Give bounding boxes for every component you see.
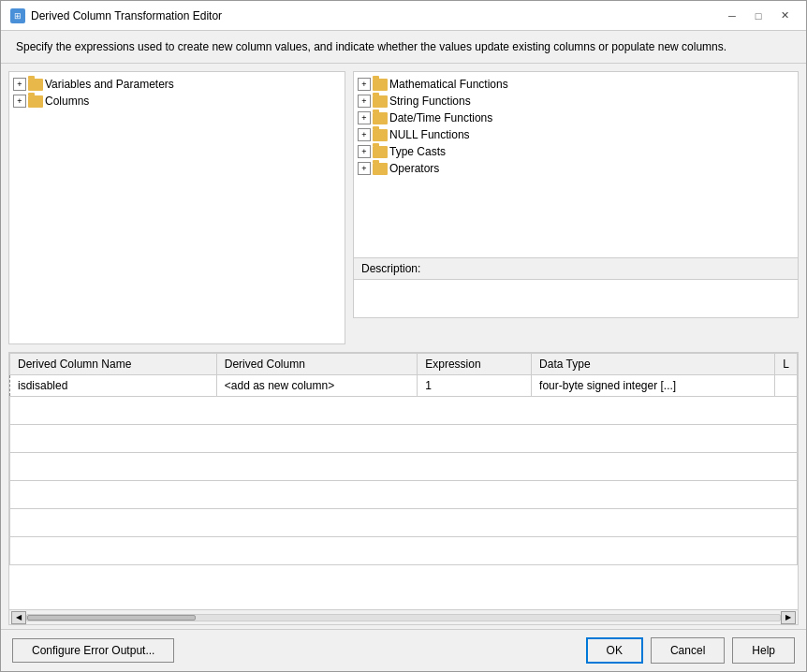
left-tree-panel: + Variables and Parameters + Columns — [8, 71, 345, 344]
description-content — [354, 280, 798, 317]
operators-label: Operators — [389, 162, 439, 175]
datetime-label: Date/Time Functions — [389, 111, 492, 124]
expand-datetime[interactable]: + — [358, 111, 371, 124]
cell-expression: 1 — [418, 375, 532, 397]
table-empty-row-3[interactable] — [10, 453, 798, 481]
right-tree-panel: + Mathematical Functions + String Functi… — [353, 71, 799, 258]
null-label: NULL Functions — [389, 128, 470, 141]
description-bar: Specify the expressions used to create n… — [1, 31, 806, 64]
expand-operators[interactable]: + — [358, 162, 371, 175]
folder-icon-columns — [28, 95, 43, 108]
table-header-row: Derived Column Name Derived Column Expre… — [10, 354, 798, 375]
tree-item-datetime[interactable]: + Date/Time Functions — [358, 110, 794, 126]
maximize-button[interactable]: □ — [746, 7, 770, 25]
expand-null[interactable]: + — [358, 128, 371, 141]
expand-variables[interactable]: + — [13, 78, 26, 91]
tree-item-columns[interactable]: + Columns — [13, 93, 341, 110]
folder-icon-operators — [373, 163, 388, 175]
expand-typecast[interactable]: + — [358, 145, 371, 158]
cancel-button[interactable]: Cancel — [651, 637, 725, 664]
folder-icon-string — [373, 95, 388, 108]
col-header-derived: Derived Column — [216, 354, 417, 375]
columns-label: Columns — [45, 95, 89, 108]
footer: Configure Error Output... OK Cancel Help — [1, 629, 806, 671]
table-empty-row-5[interactable] — [10, 509, 798, 537]
help-button[interactable]: Help — [732, 637, 795, 664]
folder-icon-variables — [28, 79, 43, 91]
table-empty-row-1[interactable] — [10, 397, 798, 425]
table-container: Derived Column Name Derived Column Expre… — [8, 352, 799, 610]
tree-item-null[interactable]: + NULL Functions — [358, 126, 794, 143]
string-label: String Functions — [389, 95, 471, 108]
table-empty-row-6[interactable] — [10, 537, 798, 565]
main-content: + Variables and Parameters + Columns + M… — [1, 64, 806, 352]
horizontal-scrollbar[interactable]: ◀ ▶ — [8, 610, 799, 625]
title-bar-controls: ─ □ ✕ — [720, 7, 797, 25]
tree-item-string[interactable]: + String Functions — [358, 93, 794, 110]
variables-label: Variables and Parameters — [45, 78, 174, 91]
col-header-datatype: Data Type — [532, 354, 775, 375]
derived-columns-table: Derived Column Name Derived Column Expre… — [9, 353, 798, 565]
expand-string[interactable]: + — [358, 95, 371, 108]
folder-icon-datetime — [373, 112, 388, 124]
scrollbar-track[interactable] — [26, 614, 781, 621]
folder-icon-typecast — [373, 146, 388, 158]
expand-math[interactable]: + — [358, 78, 371, 91]
close-button[interactable]: ✕ — [772, 7, 797, 25]
cell-datatype: four-byte signed integer [...] — [532, 375, 775, 397]
ok-button[interactable]: OK — [586, 637, 643, 664]
folder-icon-null — [373, 129, 388, 141]
tree-item-typecast[interactable]: + Type Casts — [358, 143, 794, 160]
cell-name: isdisabled — [10, 375, 217, 397]
description-text: Specify the expressions used to create n… — [16, 40, 726, 53]
scroll-right-btn[interactable]: ▶ — [781, 611, 796, 624]
scroll-left-btn[interactable]: ◀ — [11, 611, 26, 624]
window-title: Derived Column Transformation Editor — [31, 9, 222, 22]
title-bar: ⊞ Derived Column Transformation Editor ─… — [1, 1, 806, 31]
math-label: Mathematical Functions — [389, 78, 508, 91]
right-panel: + Mathematical Functions + String Functi… — [353, 71, 799, 344]
col-header-name: Derived Column Name — [10, 354, 217, 375]
description-section: Description: — [353, 258, 799, 318]
table-empty-row-4[interactable] — [10, 481, 798, 509]
folder-icon-math — [373, 79, 388, 91]
bottom-section: Derived Column Name Derived Column Expre… — [1, 352, 806, 629]
scrollbar-thumb[interactable] — [27, 615, 196, 621]
expand-columns[interactable]: + — [13, 95, 26, 108]
table-empty-row-2[interactable] — [10, 425, 798, 453]
minimize-button[interactable]: ─ — [720, 7, 744, 25]
typecast-label: Type Casts — [389, 145, 446, 158]
main-window: ⊞ Derived Column Transformation Editor ─… — [0, 0, 807, 672]
col-header-l: L — [775, 354, 798, 375]
cell-l — [775, 375, 798, 397]
tree-item-math[interactable]: + Mathematical Functions — [358, 76, 794, 93]
tree-item-operators[interactable]: + Operators — [358, 160, 794, 177]
app-icon: ⊞ — [10, 8, 25, 23]
description-label: Description: — [354, 258, 798, 280]
tree-item-variables[interactable]: + Variables and Parameters — [13, 76, 341, 93]
configure-error-output-button[interactable]: Configure Error Output... — [12, 638, 174, 663]
footer-right-buttons: OK Cancel Help — [586, 637, 795, 664]
cell-derived: <add as new column> — [216, 375, 417, 397]
table-row[interactable]: isdisabled <add as new column> 1 four-by… — [10, 375, 798, 397]
col-header-expression: Expression — [418, 354, 532, 375]
title-bar-left: ⊞ Derived Column Transformation Editor — [10, 8, 222, 23]
